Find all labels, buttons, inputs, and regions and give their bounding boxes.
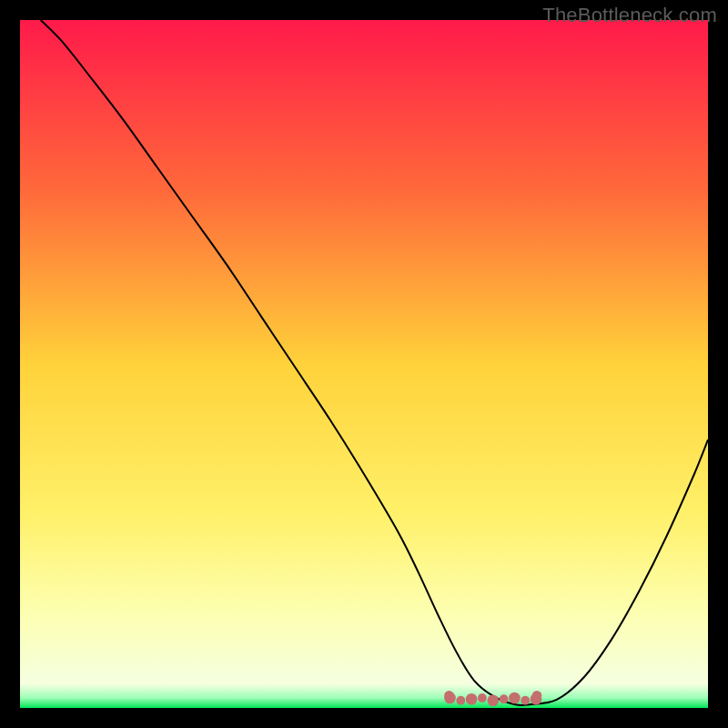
heatmap-background <box>20 20 708 708</box>
svg-point-1 <box>456 696 465 705</box>
bottleneck-chart <box>20 20 708 708</box>
svg-point-9 <box>444 691 453 700</box>
svg-point-3 <box>478 693 487 703</box>
watermark-text: TheBottleneck.com <box>542 4 717 27</box>
svg-point-4 <box>488 694 500 706</box>
svg-point-6 <box>509 693 521 704</box>
svg-point-7 <box>521 696 530 705</box>
chart-frame <box>20 20 708 708</box>
svg-point-5 <box>500 694 509 703</box>
svg-point-2 <box>466 693 478 705</box>
svg-point-10 <box>532 691 541 700</box>
